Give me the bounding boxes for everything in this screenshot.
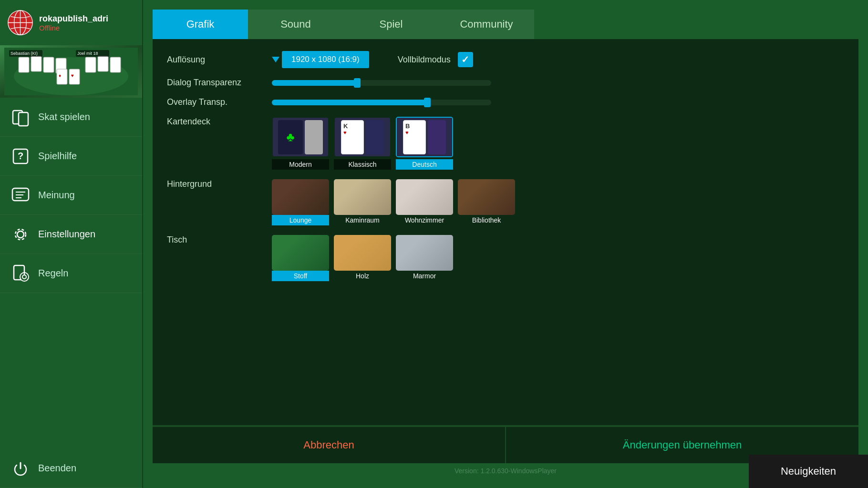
resolution-dropdown[interactable]: 1920 x 1080 (16:9) — [272, 51, 369, 68]
hintergrund-thumb-bibliothek — [458, 179, 515, 215]
tisch-thumb-marmor — [396, 235, 453, 271]
tab-bar: Grafik Sound Spiel Community — [153, 10, 858, 39]
sidebar-item-beenden[interactable]: Beenden — [0, 449, 142, 488]
sidebar-item-meinung[interactable]: Meinung — [0, 176, 142, 215]
cards-icon — [10, 106, 31, 128]
tab-sound[interactable]: Sound — [248, 10, 343, 39]
kartendeck-label-klassisch: Klassisch — [334, 159, 391, 170]
sidebar-header: rokapublish_adri Offline — [0, 0, 142, 45]
hintergrund-option-wohnzimmer[interactable]: Wohnzimmer — [396, 179, 453, 225]
sidebar-nav: Skat spielen ? Spielhilfe Meinung — [0, 98, 142, 488]
hintergrund-label-bibliothek: Bibliothek — [458, 215, 515, 225]
tisch-label-marmor: Marmor — [396, 271, 453, 281]
overlay-transp-thumb[interactable] — [424, 98, 431, 107]
tisch-thumb-stoff — [272, 235, 329, 271]
hintergrund-row: Hintergrund Lounge Kaminraum — [167, 179, 844, 225]
sidebar-item-skat-spielen[interactable]: Skat spielen — [0, 98, 142, 137]
sidebar-item-label: Spielhilfe — [38, 151, 77, 162]
hintergrund-options: Lounge Kaminraum Wohnzimmer — [272, 179, 515, 225]
overlay-transp-label: Overlay Transp. — [167, 97, 262, 107]
tisch-option-marmor[interactable]: Marmor — [396, 235, 453, 281]
tisch-row: Tisch Stoff Holz — [167, 235, 844, 281]
sidebar-item-label: Einstellungen — [38, 229, 95, 240]
kartendeck-option-klassisch[interactable]: K ♥ Klassisch — [334, 117, 391, 170]
svg-rect-23 — [19, 112, 28, 126]
svg-rect-11 — [85, 57, 96, 72]
dialog-transparenz-fill — [272, 80, 360, 86]
hintergrund-thumb-lounge — [272, 179, 329, 215]
hintergrund-option-bibliothek[interactable]: Bibliothek — [458, 179, 515, 225]
chat-icon — [10, 184, 31, 206]
sidebar-item-spielhilfe[interactable]: ? Spielhilfe — [0, 137, 142, 176]
overlay-transp-fill — [272, 100, 430, 105]
kartendeck-thumb-klassisch: K ♥ — [334, 117, 391, 157]
preview-screenshot: ♦ ♥ Sebastian (KI) Joel mit 18 — [4, 48, 138, 95]
dialog-transparenz-row: Dialog Transparenz — [167, 78, 844, 88]
vollbildmodus-label: Vollbildmodus — [398, 55, 451, 65]
hintergrund-thumb-wohnzimmer — [396, 179, 453, 215]
kartendeck-options: ♣ Modern K ♥ — [272, 117, 453, 170]
svg-rect-12 — [98, 56, 108, 71]
dialog-transparenz-slider[interactable] — [272, 80, 491, 86]
overlay-transp-row: Overlay Transp. — [167, 97, 844, 107]
resolution-value[interactable]: 1920 x 1080 (16:9) — [282, 51, 369, 68]
kartendeck-row: Kartendeck ♣ Modern — [167, 117, 844, 170]
news-button[interactable]: Neuigkeiten — [749, 455, 868, 488]
kartendeck-label-deutsch: Deutsch — [396, 159, 453, 170]
vollbildmodus-checkbox[interactable] — [458, 52, 473, 67]
gear-icon — [10, 224, 31, 245]
tisch-label-holz: Holz — [334, 271, 391, 281]
svg-rect-7 — [19, 57, 29, 72]
user-info: rokapublish_adri Offline — [39, 14, 108, 32]
hintergrund-label-kaminraum: Kaminraum — [334, 215, 391, 225]
power-icon — [10, 458, 31, 479]
sidebar: rokapublish_adri Offline ♦ — [0, 0, 143, 488]
cancel-button[interactable]: Abbrechen — [153, 426, 506, 463]
tab-spiel[interactable]: Spiel — [343, 10, 439, 39]
username: rokapublish_adri — [39, 14, 108, 24]
hintergrund-thumb-kaminraum — [334, 179, 391, 215]
svg-text:Joel mit 18: Joel mit 18 — [77, 51, 98, 56]
dropdown-arrow-icon[interactable] — [272, 57, 279, 62]
vollbildmodus-section: Vollbildmodus — [398, 52, 473, 67]
tisch-options: Stoff Holz Marmor — [272, 235, 453, 281]
tisch-option-holz[interactable]: Holz — [334, 235, 391, 281]
tab-community[interactable]: Community — [439, 10, 534, 39]
dialog-transparenz-label: Dialog Transparenz — [167, 78, 262, 88]
kartendeck-thumb-modern: ♣ — [272, 117, 329, 157]
main-content: Grafik Sound Spiel Community Auflösung 1… — [143, 0, 868, 488]
tisch-option-stoff[interactable]: Stoff — [272, 235, 329, 281]
sidebar-item-einstellungen[interactable]: Einstellungen — [0, 215, 142, 254]
kartendeck-option-modern[interactable]: ♣ Modern — [272, 117, 329, 170]
svg-text:♦: ♦ — [59, 73, 61, 78]
resolution-row: Auflösung 1920 x 1080 (16:9) Vollbildmod… — [167, 51, 844, 68]
dialog-transparenz-thumb[interactable] — [354, 78, 361, 88]
svg-text:?: ? — [18, 151, 23, 161]
tisch-label: Tisch — [167, 235, 262, 245]
svg-rect-8 — [31, 56, 41, 71]
tisch-thumb-holz — [334, 235, 391, 271]
tab-grafik[interactable]: Grafik — [153, 10, 248, 39]
kartendeck-label-modern: Modern — [272, 159, 329, 170]
svg-point-30 — [17, 231, 24, 238]
kartendeck-option-deutsch[interactable]: B ♥ Deutsch — [396, 117, 453, 170]
sidebar-item-regeln[interactable]: Regeln — [0, 254, 142, 293]
svg-rect-13 — [110, 57, 121, 72]
svg-text:♥: ♥ — [71, 73, 74, 78]
hintergrund-option-kaminraum[interactable]: Kaminraum — [334, 179, 391, 225]
hintergrund-label-wohnzimmer: Wohnzimmer — [396, 215, 453, 225]
help-icon: ? — [10, 145, 31, 167]
hintergrund-option-lounge[interactable]: Lounge — [272, 179, 329, 225]
kartendeck-thumb-deutsch: B ♥ — [396, 117, 453, 157]
sidebar-item-label: Skat spielen — [38, 112, 90, 122]
hintergrund-label: Hintergrund — [167, 179, 262, 189]
svg-text:Sebastian (KI): Sebastian (KI) — [10, 51, 38, 56]
sidebar-item-label: Beenden — [38, 463, 76, 474]
svg-rect-9 — [43, 57, 54, 72]
tisch-label-stoff: Stoff — [272, 271, 329, 281]
hintergrund-label-lounge: Lounge — [272, 215, 329, 225]
rules-icon — [10, 263, 31, 284]
kartendeck-label: Kartendeck — [167, 117, 262, 127]
settings-panel: Auflösung 1920 x 1080 (16:9) Vollbildmod… — [153, 39, 858, 425]
overlay-transp-slider[interactable] — [272, 100, 491, 105]
